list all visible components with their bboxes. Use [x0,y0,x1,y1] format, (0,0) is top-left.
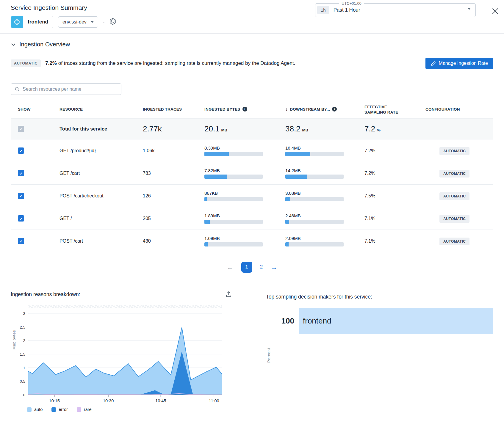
chevron-down-icon [91,21,94,23]
ingested-traces-value: 1.06k [143,148,204,153]
downstream-bytes-value: 14.2MB [285,168,364,173]
chevron-down-icon [11,43,16,47]
sampling-decision-makers-chart: Top sampling decision makers for this se… [255,291,493,412]
column-effective-sampling-rate[interactable]: EFFECTIVE SAMPLING RATE [364,103,409,115]
resource-name[interactable]: GET / [60,216,143,221]
ingested-traces-value: 205 [143,216,204,221]
downstream-bytes-bar [285,220,344,224]
env-selector[interactable]: env:ssi-dev [58,16,98,28]
section-ingestion-overview-toggle[interactable]: Ingestion Overview [11,41,493,48]
downstream-bytes-bar [285,197,344,201]
row-checkbox[interactable] [18,193,24,199]
resource-name[interactable]: POST /cart/checkout [60,193,143,199]
resource-name[interactable]: GET /product/{id} [60,148,143,153]
svg-text:0.5: 0.5 [20,379,25,384]
table-header: SHOW RESOURCE INGESTED TRACES INGESTED B… [11,100,493,118]
legend-rare-swatch [77,407,81,412]
service-name: frontend [23,19,53,25]
total-traces: 2.77k [143,124,204,134]
resource-search[interactable] [11,83,121,95]
downstream-bytes-bar [285,175,344,179]
ingested-bytes-value: 7.82MB [204,168,285,173]
ingested-traces-value: 430 [143,238,204,244]
svg-text:0: 0 [23,393,25,397]
resource-name[interactable]: GET /cart [60,171,143,176]
env-separator: - [103,19,105,25]
ingestion-reasons-chart: Ingestion reasons breakdown: Mebibytes 0… [11,291,232,412]
row-checkbox[interactable] [18,147,24,154]
table-row: POST /cart 430 1.09MB 2.09MB 7.1% AUTOMA… [11,230,493,252]
ingested-bytes-bar [204,242,263,246]
effective-sampling-rate-value: 7.1% [364,216,425,221]
column-downstream-bytes[interactable]: ↓ DOWNSTREAM BY...i [285,106,364,112]
total-ingested-bytes: 20.1MB [204,124,285,134]
close-icon[interactable] [491,7,499,16]
column-resource[interactable]: RESOURCE [60,107,143,112]
ingested-traces-value: 783 [143,171,204,176]
section-title: Ingestion Overview [19,41,70,48]
sort-descending-icon: ↓ [285,106,288,112]
column-show[interactable]: SHOW [11,107,60,112]
time-shortcut-chip[interactable]: 1h [317,6,329,14]
partial-data-hatch [28,305,222,308]
svg-text:1: 1 [23,366,25,370]
downstream-bytes-value: 2.09MB [285,236,364,241]
svg-text:10:30: 10:30 [103,398,114,403]
column-ingested-traces[interactable]: INGESTED TRACES [143,107,204,112]
table-row: GET / 205 1.89MB 2.46MB 7.1% AUTOMATIC [11,207,493,230]
configuration-badge: AUTOMATIC [439,147,469,155]
next-page-arrow[interactable]: → [270,263,277,271]
ingested-bytes-bar [204,220,263,224]
total-downstream-bytes: 38.2MB [285,124,364,134]
row-checkbox[interactable] [18,215,24,222]
manage-ingestion-rate-button[interactable]: Manage Ingestion Rate [425,58,493,69]
ingested-bytes-value: 1.09MB [204,236,285,241]
effective-sampling-rate-value: 7.2% [364,171,425,176]
info-icon[interactable]: i [242,107,247,112]
export-icon[interactable] [225,291,232,299]
effective-sampling-rate-value: 7.2% [364,148,425,153]
legend-error-swatch [51,407,56,412]
svg-text:2: 2 [23,338,25,343]
table-row: GET /product/{id} 1.06k 8.39MB 16.4MB 7.… [11,139,493,162]
timezone-label: UTC+01:00 [339,1,364,6]
table-row: POST /cart/checkout 126 867KB 3.03MB 7.5… [11,184,493,207]
service-chip[interactable]: frontend [11,16,53,28]
svg-text:10:45: 10:45 [155,398,166,403]
legend-auto[interactable]: auto [27,407,43,412]
page-2-button[interactable]: 2 [260,264,263,270]
automatic-badge: AUTOMATIC [11,59,41,67]
frontend-bar[interactable]: frontend [299,308,493,334]
y-axis-label: Mebibytes [12,330,16,350]
resource-name[interactable]: POST /cart [60,238,143,244]
info-icon[interactable]: i [332,107,337,112]
bar-label: frontend [303,316,331,326]
downstream-bytes-value: 3.03MB [285,191,364,196]
total-row-label: Total for this service [60,126,143,132]
search-input[interactable] [23,87,118,92]
column-ingested-bytes[interactable]: INGESTED BYTESi [204,107,285,112]
table-body: GET /product/{id} 1.06k 8.39MB 16.4MB 7.… [11,139,493,252]
row-checkbox[interactable] [18,238,24,244]
column-configuration[interactable]: CONFIGURATION [425,107,493,112]
bar-value: 100 [255,308,299,334]
globe-icon [11,16,23,28]
total-checkbox[interactable] [18,126,24,132]
time-range-picker[interactable]: UTC+01:00 1h Past 1 Hour [315,1,476,17]
svg-text:11:00: 11:00 [209,398,219,403]
chart-title: Ingestion reasons breakdown: [11,291,80,298]
table-row: GET /cart 783 7.82MB 14.2MB 7.2% AUTOMAT… [11,162,493,184]
ingested-bytes-bar [204,197,263,201]
downstream-bytes-bar [285,152,344,156]
header-divider [486,3,486,17]
legend-error[interactable]: error [51,407,68,412]
page-1-button[interactable]: 1 [241,262,252,273]
ingested-traces-value: 126 [143,193,204,199]
downstream-bytes-value: 16.4MB [285,145,364,150]
area-chart-canvas[interactable]: 00.511.522.5310:1510:3010:4511:00 [11,310,232,404]
row-checkbox[interactable] [18,170,24,176]
ingested-bytes-bar [204,175,263,179]
legend-rare[interactable]: rare [77,407,92,412]
previous-page-arrow[interactable]: ← [227,263,234,271]
svg-text:10:15: 10:15 [49,398,60,403]
